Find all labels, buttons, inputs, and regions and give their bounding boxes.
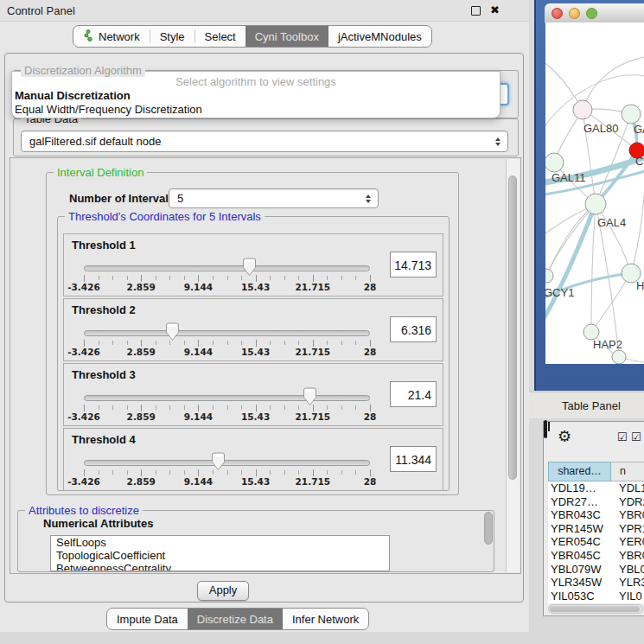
table-data-combobox[interactable]: galFiltered.sif default node (21, 131, 508, 152)
table-row[interactable]: YPR145WYPR1 (548, 522, 644, 536)
table-body[interactable]: YDL19…YDL1YDR27…YDR2YBR043CYBR0YPR145WYP… (548, 481, 644, 603)
threshold-value-box[interactable]: 6.316 (390, 316, 437, 342)
network-window-titlebar[interactable] (545, 3, 644, 23)
slider-handle[interactable] (212, 452, 225, 471)
network-node[interactable] (612, 350, 626, 364)
tick-mark (169, 405, 170, 410)
threshold-value-box[interactable]: 21.4 (390, 381, 437, 407)
cell-name[interactable]: YBR0 (611, 508, 644, 522)
gear-icon[interactable]: ⚙ (558, 427, 571, 445)
dropdown-option-manual[interactable]: Manual Discretization (15, 89, 131, 102)
table-row[interactable]: YDL19…YDL1 (548, 481, 644, 495)
slider-handle[interactable] (166, 322, 179, 341)
cell-name[interactable]: YBL0 (611, 563, 644, 577)
slider-track[interactable] (84, 265, 370, 271)
network-edge[interactable] (583, 57, 644, 110)
network-edge[interactable] (591, 273, 631, 332)
apply-button[interactable]: Apply (197, 581, 249, 601)
network-node-gal11[interactable] (545, 153, 564, 172)
dropdown-option-equal-width[interactable]: Equal Width/Frequency Discretization (15, 103, 202, 116)
slider-track[interactable] (84, 395, 370, 401)
tab-cyni-toolbox[interactable]: Cyni Toolbox (245, 26, 328, 47)
threshold-slider[interactable]: -3.4262.8599.14415.4321.71528 (84, 299, 370, 362)
network-edge-highlighted[interactable] (545, 204, 596, 327)
network-node-gcy1[interactable] (545, 269, 553, 283)
network-edge[interactable] (596, 204, 631, 273)
minimize-traffic-light-icon[interactable] (569, 8, 580, 19)
cell-name[interactable]: YER0 (611, 535, 644, 549)
table-row[interactable]: YBR045CYBR0 (548, 549, 644, 563)
number-of-intervals-combobox[interactable]: 5 (169, 188, 379, 208)
network-node-gal80[interactable] (573, 100, 592, 119)
cell-shared-name[interactable]: YIL053C (548, 590, 611, 603)
scrollbar-thumb[interactable] (508, 175, 517, 480)
slider-track[interactable] (84, 330, 370, 336)
tick-label: 21.715 (296, 411, 331, 422)
cell-name[interactable]: YBR0 (611, 549, 644, 563)
network-node-ga[interactable] (622, 105, 641, 124)
cell-shared-name[interactable]: YLR345W (548, 576, 611, 590)
cell-name[interactable]: YDR2 (611, 495, 644, 509)
table-row[interactable]: YDR27…YDR2 (548, 495, 644, 509)
cell-name[interactable]: YIL0 (611, 590, 642, 603)
checkbox-icon[interactable]: ☑ (631, 430, 641, 443)
cell-shared-name[interactable]: YER054C (548, 535, 611, 549)
attribute-list-item[interactable]: TopologicalCoefficient (51, 549, 389, 562)
table-row[interactable]: YIL053CYIL0 (548, 590, 644, 603)
cell-name[interactable]: YLR3 (611, 576, 644, 590)
slider-handle[interactable] (243, 258, 256, 277)
attribute-list-item[interactable]: SelfLoops (51, 536, 389, 549)
table-row[interactable]: YBL079WYBL0 (548, 563, 644, 577)
slider-handle[interactable] (303, 387, 316, 406)
network-view-canvas[interactable]: GAL80GACGAL11GAL4GCY1HHAP2 (545, 22, 644, 364)
tick-mark (355, 276, 356, 280)
network-edge[interactable] (631, 195, 644, 273)
tab-network[interactable]: Network (73, 26, 150, 47)
split-columns-icon[interactable] (544, 420, 547, 438)
tab-infer-network[interactable]: Infer Network (283, 609, 368, 629)
network-node-gal4[interactable] (585, 194, 606, 214)
tab-impute-data[interactable]: Impute Data (107, 609, 188, 629)
threshold-slider[interactable]: -3.4262.8599.14415.4321.71528 (84, 234, 370, 297)
tick-mark (270, 341, 271, 345)
control-panel-tabbar: Network Style Select Cyni Toolbox jActiv… (73, 25, 432, 48)
close-icon[interactable]: ✖ (490, 3, 500, 16)
slider-tick-labels: -3.4262.8599.14415.4321.71528 (84, 347, 370, 357)
cell-name[interactable]: YPR1 (611, 522, 644, 536)
cell-shared-name[interactable]: YDL19… (548, 481, 611, 495)
cell-name[interactable]: YDL1 (611, 481, 644, 495)
cell-shared-name[interactable]: YBR043C (548, 508, 611, 522)
threshold-value-box[interactable]: 14.713 (390, 252, 437, 277)
vertical-scrollbar[interactable] (506, 159, 520, 572)
scrollbar-thumb[interactable] (550, 606, 640, 612)
cell-shared-name[interactable]: YDR27… (548, 495, 611, 509)
zoom-traffic-light-icon[interactable] (586, 8, 597, 19)
slider-tick-labels: -3.4262.8599.14415.4321.71528 (84, 411, 370, 422)
table-panel-title: Table Panel (562, 399, 621, 412)
tab-select[interactable]: Select (195, 26, 245, 47)
cell-shared-name[interactable]: YBR045C (548, 549, 611, 563)
slider-track[interactable] (84, 460, 370, 466)
table-horizontal-scrollbar[interactable] (548, 604, 643, 614)
cell-shared-name[interactable]: YBL079W (548, 563, 611, 577)
column-header-shared-name[interactable]: shared… (548, 462, 611, 481)
tab-jactivemnodules[interactable]: jActiveMNodules (328, 26, 431, 47)
table-row[interactable]: YLR345WYLR3 (548, 576, 644, 590)
network-edge[interactable] (591, 204, 596, 332)
tab-discretize-data[interactable]: Discretize Data (188, 609, 283, 629)
threshold-slider[interactable]: -3.4262.8599.14415.4321.71528 (84, 364, 370, 427)
threshold-value-box[interactable]: 11.344 (390, 446, 437, 472)
close-traffic-light-icon[interactable] (552, 8, 563, 19)
table-row[interactable]: YBR043CYBR0 (548, 508, 644, 522)
float-window-icon[interactable] (471, 6, 481, 16)
cell-shared-name[interactable]: YPR145W (548, 522, 611, 536)
threshold-slider[interactable]: -3.4262.8599.14415.4321.71528 (84, 429, 370, 492)
tab-style[interactable]: Style (150, 26, 194, 47)
table-row[interactable]: YER054CYER0 (548, 535, 644, 549)
attribute-list-item[interactable]: BetweennessCentrality (51, 562, 389, 571)
tick-label: 9.144 (184, 347, 213, 357)
checkbox-icon[interactable]: ☑ (617, 430, 628, 443)
list-scrollbar-thumb[interactable] (484, 512, 493, 545)
column-header-name[interactable]: n (611, 462, 644, 481)
numerical-attributes-list[interactable]: SelfLoopsTopologicalCoefficientBetweenne… (50, 535, 390, 571)
